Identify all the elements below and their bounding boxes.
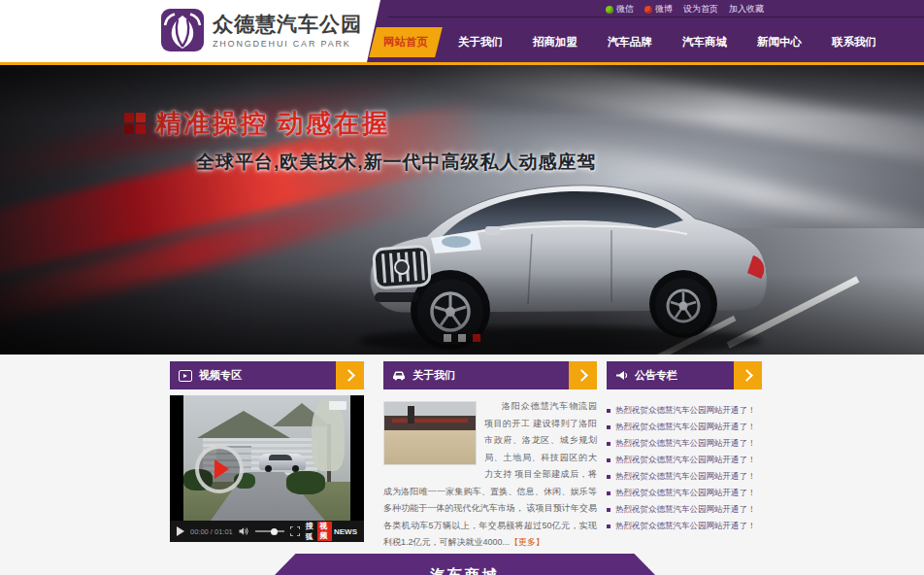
sohu-video-logo: 搜狐 视频 NEWS	[306, 521, 357, 542]
nav-label: 汽车商城	[682, 36, 727, 48]
banner-dot-3[interactable]	[473, 334, 480, 342]
ribbon-title: 汽车商城	[275, 566, 655, 575]
video-section-title: 视频专区	[199, 368, 242, 383]
photo-sky	[384, 402, 476, 416]
nav-item-home[interactable]: 网站首页	[373, 27, 439, 57]
notice-item[interactable]: 热烈祝贺众德慧汽车公园网站开通了！	[607, 468, 762, 485]
big-play-button[interactable]	[195, 445, 244, 493]
photo-building-sign	[392, 419, 468, 423]
video-frame[interactable]	[183, 395, 350, 521]
banner-dot-2[interactable]	[458, 334, 466, 342]
video-icon	[179, 370, 192, 382]
notice-item[interactable]: 热烈祝贺众德慧汽车公园网站开通了！	[607, 452, 762, 468]
car-wheel	[292, 465, 299, 472]
notice-text: 热烈祝贺众德慧汽车公园网站开通了！	[615, 422, 756, 433]
car-icon	[392, 370, 406, 381]
notice-list: 热烈祝贺众德慧汽车公园网站开通了！ 热烈祝贺众德慧汽车公园网站开通了！ 热烈祝贺…	[607, 402, 762, 534]
about-section-title: 关于我们	[412, 368, 455, 383]
fullscreen-icon[interactable]	[290, 526, 300, 536]
chevron-right-icon	[343, 369, 355, 382]
banner-text: 精准操控 动感在握 全球平台,欧美技术,新一代中高级私人动感座驾	[124, 106, 597, 175]
notice-item[interactable]: 热烈祝贺众德慧汽车公园网站开通了！	[607, 402, 762, 419]
wechat-icon	[606, 6, 613, 14]
logo-text: 众德慧汽车公园 ZHONGDEHUI CAR PARK	[213, 12, 362, 48]
notice-item[interactable]: 热烈祝贺众德慧汽车公园网站开通了！	[607, 435, 762, 452]
news-label: NEWS	[334, 527, 357, 536]
add-favorite-label: 加入收藏	[729, 3, 764, 16]
nav-item-brands[interactable]: 汽车品牌	[597, 27, 663, 57]
slider-knob[interactable]	[271, 528, 278, 535]
notice-item[interactable]: 热烈祝贺众德慧汽车公园网站开通了！	[607, 485, 762, 501]
notice-text: 热烈祝贺众德慧汽车公园网站开通了！	[615, 488, 756, 499]
wechat-label: 微信	[616, 3, 634, 16]
hero-banner: 精准操控 动感在握 全球平台,欧美技术,新一代中高级私人动感座驾	[0, 65, 924, 355]
section-ribbon: 汽车商城	[275, 554, 655, 575]
about-photo	[383, 401, 477, 465]
bullet-icon	[607, 458, 610, 462]
nav-label: 新闻中心	[757, 36, 802, 48]
weibo-label: 微博	[655, 3, 673, 16]
video-more-button[interactable]	[336, 361, 364, 389]
nav-item-news[interactable]: 新闻中心	[746, 27, 812, 57]
weibo-link[interactable]: 微博	[644, 3, 673, 16]
nav-item-about[interactable]: 关于我们	[447, 27, 513, 57]
car-window	[269, 455, 292, 460]
red-squares-icon	[124, 113, 146, 134]
notice-text: 热烈祝贺众德慧汽车公园网站开通了！	[615, 405, 756, 417]
site-subtitle: ZHONGDEHUI CAR PARK	[213, 39, 362, 49]
notice-text: 热烈祝贺众德慧汽车公园网站开通了！	[615, 438, 756, 450]
volume-slider[interactable]	[255, 530, 284, 532]
about-more-button[interactable]	[569, 361, 597, 389]
notice-text: 热烈祝贺众德慧汽车公园网站开通了！	[615, 504, 756, 516]
photo-statue	[408, 406, 414, 423]
bullet-icon	[607, 475, 610, 479]
bullet-icon	[607, 508, 610, 512]
banner-subline: 全球平台,欧美技术,新一代中高级私人动感座驾	[196, 150, 597, 175]
more-link[interactable]: 【更多】	[510, 537, 544, 547]
nav-item-contact[interactable]: 联系我们	[821, 27, 887, 57]
tree	[312, 399, 345, 471]
notice-item[interactable]: 热烈祝贺众德慧汽车公园网站开通了！	[607, 419, 762, 435]
notice-text: 热烈祝贺众德慧汽车公园网站开通了！	[615, 521, 756, 532]
hedge	[286, 471, 325, 494]
nav-label: 招商加盟	[533, 36, 578, 48]
play-triangle-icon	[214, 459, 229, 479]
nav-item-join[interactable]: 招商加盟	[522, 27, 588, 57]
logo[interactable]: 众德慧汽车公园 ZHONGDEHUI CAR PARK	[161, 9, 362, 51]
weibo-icon	[644, 6, 652, 14]
video-controls: 00:00 / 01:01 搜狐 视频 NEWS	[170, 521, 364, 542]
about-content: 洛阳众德慧汽车物流园项目的开工 建设得到了洛阳市政府、洛龙区、城乡规划局、土地局…	[383, 398, 597, 552]
about-section-header: 关于我们	[383, 361, 597, 389]
video-label: 视频	[317, 522, 332, 541]
notice-item[interactable]: 热烈祝贺众德慧汽车公园网站开通了！	[607, 501, 762, 518]
notice-section-header: 公告专栏	[607, 361, 762, 389]
page: 微信 微博 设为首页 加入收藏 众德慧汽车公园	[0, 0, 924, 575]
chevron-right-icon	[741, 369, 753, 382]
wechat-link[interactable]: 微信	[606, 3, 634, 16]
nav-label: 网站首页	[383, 36, 428, 48]
set-home-link[interactable]: 设为首页	[683, 3, 718, 16]
notice-section-title: 公告专栏	[635, 368, 677, 383]
nav-label: 汽车品牌	[608, 36, 652, 48]
nav-label: 联系我们	[832, 36, 876, 48]
play-button[interactable]	[177, 526, 184, 536]
logo-icon	[161, 9, 204, 51]
notice-more-button[interactable]	[734, 361, 762, 389]
nav-item-mall[interactable]: 汽车商城	[672, 27, 738, 57]
site-title: 众德慧汽车公园	[213, 12, 362, 36]
chevron-right-icon	[576, 369, 588, 382]
add-favorite-link[interactable]: 加入收藏	[729, 3, 764, 16]
notice-item[interactable]: 热烈祝贺众德慧汽车公园网站开通了！	[607, 518, 762, 534]
header: 微信 微博 设为首页 加入收藏 众德慧汽车公园	[0, 0, 924, 62]
bullet-icon	[607, 442, 610, 446]
volume-icon[interactable]	[239, 526, 249, 536]
set-home-label: 设为首页	[683, 3, 718, 16]
video-time: 00:00 / 01:01	[190, 527, 233, 536]
main-nav: 网站首页 关于我们 招商加盟 汽车品牌 汽车商城 新闻中心 联系我们	[373, 21, 896, 62]
bullet-icon	[607, 524, 610, 528]
topbar-links: 微信 微博 设为首页 加入收藏	[606, 3, 764, 16]
banner-dot-1[interactable]	[444, 334, 451, 342]
notice-text: 热烈祝贺众德慧汽车公园网站开通了！	[615, 455, 756, 466]
video-section-header: 视频专区	[170, 361, 364, 389]
bullet-icon	[607, 425, 610, 429]
